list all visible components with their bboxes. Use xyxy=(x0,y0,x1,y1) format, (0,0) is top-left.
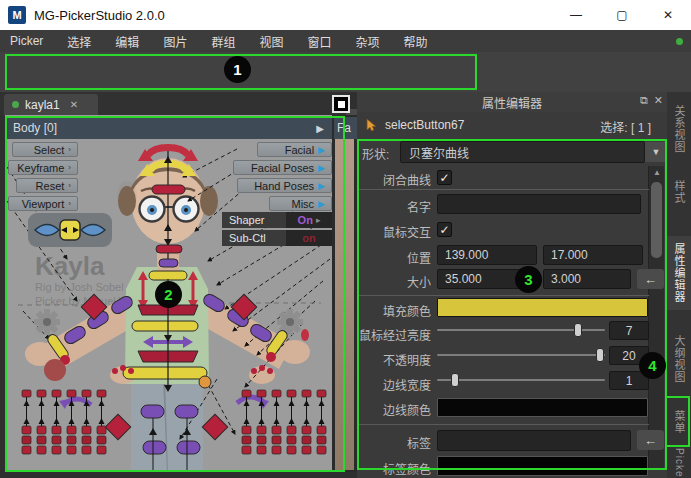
menu-view[interactable]: 视图 xyxy=(259,33,283,50)
reset-picker-button[interactable]: Reset › xyxy=(16,178,78,193)
slider-handle[interactable] xyxy=(451,373,459,387)
eye-control-widget[interactable] xyxy=(28,213,112,247)
gear-icon[interactable] xyxy=(34,309,60,335)
play-arrow-icon: ▶ xyxy=(318,199,325,209)
divider xyxy=(359,424,649,425)
keyframe-picker-button[interactable]: Keyframe › xyxy=(8,160,78,175)
menu-picker[interactable]: Picker xyxy=(10,34,43,48)
scroll-up-icon[interactable]: ▲ xyxy=(649,166,665,179)
hover-brightness-value[interactable]: 7 xyxy=(609,321,649,340)
hand-poses-button[interactable]: Hand Poses ▶ xyxy=(237,178,332,193)
annotation-circle-2: 2 xyxy=(155,281,182,308)
fill-color-swatch[interactable] xyxy=(437,298,648,317)
menu-help[interactable]: 帮助 xyxy=(403,33,427,50)
facial-button[interactable]: Facial ▶ xyxy=(257,142,332,157)
size-reset-button[interactable]: ← xyxy=(637,269,664,289)
subctl-toggle[interactable]: Sub-Ctl on xyxy=(222,230,332,246)
border-color-label: 边线颜色 xyxy=(357,401,431,418)
select-picker-button[interactable]: Select › xyxy=(12,142,78,157)
menu-edit[interactable]: 编辑 xyxy=(115,33,139,50)
label-label: 标签 xyxy=(357,434,431,451)
value-text: 20 xyxy=(622,349,635,363)
divider xyxy=(359,295,649,296)
partial-face-page[interactable]: Fa xyxy=(332,115,357,472)
title-bar: M MG-PickerStudio 2.0.0 — ▢ ✕ xyxy=(0,0,691,30)
annotation-circle-4: 4 xyxy=(639,352,666,379)
position-x-input[interactable]: 139.000 xyxy=(437,245,537,265)
side-tab-relation-view[interactable]: 关系视图 xyxy=(667,98,691,160)
attr-scrollbar[interactable]: ▲ xyxy=(648,166,664,470)
unsaved-dot-icon xyxy=(12,101,19,108)
page-header[interactable]: Body [0] ▶ xyxy=(5,117,332,139)
annotation-number: 1 xyxy=(233,61,241,78)
tab-close-icon[interactable]: ✕ xyxy=(70,99,78,110)
menu-image[interactable]: 图片 xyxy=(163,33,187,50)
closed-curve-checkbox[interactable]: ✓ xyxy=(437,170,452,185)
toggle-label: Shaper xyxy=(222,212,286,228)
float-panel-icon[interactable]: ⧉ xyxy=(640,94,648,107)
menu-misc[interactable]: 杂项 xyxy=(355,33,379,50)
play-arrow-icon: ▶ xyxy=(318,163,325,173)
chevron-right-icon: › xyxy=(68,199,71,208)
side-tab-attribute-editor[interactable]: 属性编辑器 xyxy=(667,236,691,310)
button-label: Viewport xyxy=(22,198,65,210)
position-y-value: 17.000 xyxy=(551,248,588,262)
side-tab-style[interactable]: 样式 xyxy=(667,174,691,210)
annotation-number: 2 xyxy=(164,286,172,303)
check-icon: ✓ xyxy=(439,224,449,236)
viewport-picker-button[interactable]: Viewport › xyxy=(8,196,78,211)
back-arrow-icon: ← xyxy=(644,433,657,448)
toggle-chevron-icon: ▸ xyxy=(316,215,321,225)
expand-arrow-icon[interactable]: ▶ xyxy=(316,123,324,134)
button-label: Select xyxy=(34,144,65,156)
hover-brightness-slider[interactable] xyxy=(437,323,605,337)
close-button[interactable]: ✕ xyxy=(645,0,691,30)
minimize-button[interactable]: — xyxy=(553,0,599,30)
maximize-icon: ▢ xyxy=(616,8,627,22)
border-width-slider[interactable] xyxy=(437,373,605,387)
fill-color-label: 填充颜色 xyxy=(357,302,431,319)
slider-handle[interactable] xyxy=(596,348,604,362)
chevron-right-icon: › xyxy=(68,163,71,172)
minimize-icon: — xyxy=(570,8,582,22)
page-title: Body [0] xyxy=(13,121,57,135)
label-input[interactable] xyxy=(437,430,631,451)
mouse-interact-checkbox[interactable]: ✓ xyxy=(437,222,452,237)
label-color-swatch[interactable] xyxy=(437,456,648,476)
side-tab-picker[interactable]: Picker xyxy=(667,452,691,478)
menu-select[interactable]: 选择 xyxy=(67,33,91,50)
attribute-editor-panel: 属性编辑器 ⧉ ✕ selectButton67 选择: [ 1 ] 形状: 贝… xyxy=(357,92,667,478)
closed-curve-label: 闭合曲线 xyxy=(357,171,431,188)
opacity-slider[interactable] xyxy=(437,348,605,362)
side-tab-outline-view[interactable]: 大纲视图 xyxy=(667,328,691,390)
check-icon: ✓ xyxy=(439,172,449,184)
finger-grid-left[interactable] xyxy=(22,390,106,454)
border-color-swatch[interactable] xyxy=(437,398,648,417)
menu-bar: Picker 选择 编辑 图片 群组 视图 窗口 杂项 帮助 xyxy=(0,30,691,52)
size-w-value: 35.000 xyxy=(445,272,482,286)
size-h-input[interactable]: 3.000 xyxy=(543,269,631,289)
value-text: 7 xyxy=(626,324,633,338)
menu-group[interactable]: 群组 xyxy=(211,33,235,50)
menu-window[interactable]: 窗口 xyxy=(307,33,331,50)
shaper-toggle[interactable]: Shaper On ▸ xyxy=(222,212,332,228)
name-input[interactable] xyxy=(437,194,641,214)
maximize-button[interactable]: ▢ xyxy=(599,0,645,30)
chevron-right-icon: › xyxy=(68,181,71,190)
tab-kayla1[interactable]: kayla1 ✕ xyxy=(4,94,98,115)
position-y-input[interactable]: 17.000 xyxy=(543,245,643,265)
annotation-number: 4 xyxy=(648,357,656,374)
scrollbar-thumb[interactable] xyxy=(651,182,662,258)
side-tab-menu[interactable]: 菜单 xyxy=(667,403,691,440)
picker-tab-bar: kayla1 ✕ xyxy=(0,92,346,115)
panel-title: 属性编辑器 xyxy=(357,92,667,112)
facial-poses-button[interactable]: Facial Poses ▶ xyxy=(233,160,332,175)
maximize-view-icon[interactable] xyxy=(332,95,350,113)
shape-dropdown[interactable]: 贝塞尔曲线 xyxy=(400,141,645,163)
misc-button[interactable]: Misc ▶ xyxy=(269,196,332,211)
label-reset-button[interactable]: ← xyxy=(637,430,664,450)
slider-handle[interactable] xyxy=(574,323,582,337)
dropdown-arrow-icon[interactable]: ▼ xyxy=(645,142,667,162)
status-dot xyxy=(676,38,683,45)
close-panel-icon[interactable]: ✕ xyxy=(654,94,663,107)
